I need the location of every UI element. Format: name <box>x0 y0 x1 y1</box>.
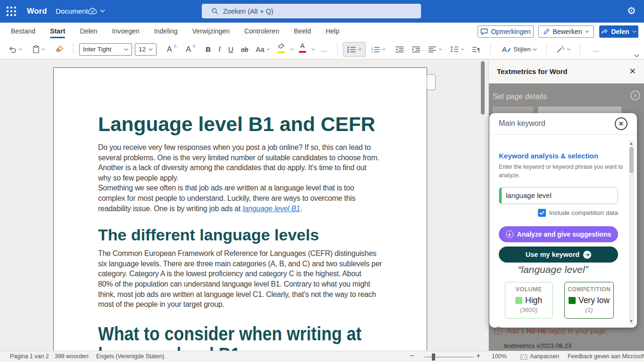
document-page[interactable]: Language level B1 and CEFR Do you receiv… <box>53 67 427 351</box>
undo-button[interactable] <box>5 42 26 57</box>
document-scrollbar-thumb[interactable] <box>481 61 485 115</box>
tab-delen[interactable]: Delen <box>79 24 98 39</box>
search-input[interactable]: Zoeken (Alt + Q) <box>202 4 421 18</box>
shrink-font-button[interactable]: Aᐯ <box>182 42 199 57</box>
font-size-select[interactable]: 12 <box>135 43 157 56</box>
scroll-up-icon[interactable]: ▲ <box>629 141 633 146</box>
highlighter-icon <box>278 43 285 49</box>
chevron-down-icon <box>438 48 442 50</box>
zoom-slider-thumb[interactable] <box>432 354 435 361</box>
textmetrics-panel: Textmetrics for Word ✕ Set page details … <box>488 59 644 351</box>
doc-link-language-level-b1[interactable]: language level B1 <box>243 205 300 213</box>
chevron-down-icon[interactable] <box>311 48 315 50</box>
fit-to-width-icon[interactable] <box>520 354 528 360</box>
font-name-select[interactable]: Inter Tight <box>79 43 132 56</box>
analyze-icon <box>506 230 513 238</box>
scroll-down-icon[interactable]: ▼ <box>629 319 633 323</box>
numbered-list-icon: 123 <box>371 46 380 53</box>
paragraph-marks-button[interactable]: ¶ <box>468 42 485 57</box>
highlight-color-button[interactable] <box>274 42 289 57</box>
include-competition-checkbox[interactable] <box>538 209 546 217</box>
panel-close-icon[interactable]: ✕ <box>629 66 636 76</box>
svg-text:A: A <box>502 45 507 53</box>
line-spacing-button[interactable] <box>446 42 468 57</box>
comments-button[interactable]: Opmerkingen <box>478 25 534 38</box>
collapse-ribbon-chevron-icon[interactable] <box>634 54 639 58</box>
competition-indicator <box>569 297 576 304</box>
undo-icon <box>8 46 17 53</box>
comment-margin-tab[interactable] <box>427 74 436 90</box>
tab-bestand[interactable]: Bestand <box>10 24 36 39</box>
page-count[interactable]: Pagina 1 van 2 <box>10 353 49 360</box>
zoom-level[interactable]: 100% <box>492 353 507 360</box>
chevron-down-icon <box>585 30 589 33</box>
svg-text:3: 3 <box>372 50 373 53</box>
language-status[interactable]: Engels (Verenigde Staten) <box>96 353 165 360</box>
chevron-down-icon <box>533 48 537 51</box>
grow-font-button[interactable]: Aᐱ <box>163 42 180 57</box>
use-my-keyword-button[interactable]: Use my keyword <box>499 247 618 263</box>
dialog-title: Main keyword <box>499 119 545 128</box>
editor-wand-button[interactable] <box>553 42 574 57</box>
more-font-options[interactable]: … <box>316 42 331 57</box>
include-competition-label: Include competition data <box>549 209 618 216</box>
tab-indeling[interactable]: Indeling <box>153 24 179 39</box>
dialog-close-button[interactable]: ✕ <box>615 117 627 130</box>
change-case-button[interactable]: Aa <box>252 42 274 57</box>
feedback-link[interactable]: Feedback geven aan Microsoft <box>568 353 644 360</box>
doc-paragraph-2: The Common European Framework of Referen… <box>98 248 409 310</box>
word-count[interactable]: 399 woorden <box>55 353 89 360</box>
keyword-quote: “language level” <box>489 264 617 275</box>
indent-icon <box>412 46 421 53</box>
numbered-list-button[interactable]: 123 <box>367 42 389 57</box>
bold-button[interactable]: B <box>202 42 215 57</box>
zoom-in-button[interactable]: + <box>476 352 480 360</box>
fit-label[interactable]: Aanpassen <box>530 353 559 360</box>
italic-button[interactable]: I <box>215 42 224 57</box>
styles-button[interactable]: A Stijlen <box>498 42 541 57</box>
warning-icon: ! <box>495 327 503 335</box>
tab-start[interactable]: Start <box>49 24 66 39</box>
tab-controleren[interactable]: Controleren <box>243 24 280 39</box>
app-name[interactable]: Word <box>27 7 47 16</box>
underline-button[interactable]: U <box>224 42 237 57</box>
set-page-details-label: Set page details <box>493 92 547 101</box>
panel-header: Textmetrics for Word ✕ <box>489 59 644 83</box>
chevron-down-icon <box>18 48 22 50</box>
dialog-scrollbar-thumb[interactable] <box>629 147 634 173</box>
editing-mode-button[interactable]: Bewerken <box>538 25 594 38</box>
tab-beeld[interactable]: Beeld <box>293 24 312 39</box>
paste-button[interactable] <box>29 42 49 57</box>
decrease-indent-button[interactable] <box>391 42 408 57</box>
strikethrough-button[interactable]: ab <box>237 42 252 57</box>
zoom-out-button[interactable]: − <box>410 352 414 360</box>
cloud-saved-icon <box>88 8 98 15</box>
tab-help[interactable]: Help <box>325 24 340 39</box>
share-button[interactable]: Delen <box>599 25 638 38</box>
chevron-down-icon[interactable] <box>290 48 294 50</box>
bullet-list-button[interactable] <box>343 42 365 57</box>
pencil-icon <box>543 28 550 35</box>
tab-verwijzingen[interactable]: Verwijzingen <box>191 24 231 39</box>
analyze-button[interactable]: Analyze and give suggestions <box>499 226 618 242</box>
format-painter-button[interactable] <box>52 42 67 57</box>
disabled-field <box>493 107 534 113</box>
alignment-button[interactable] <box>424 42 446 57</box>
comment-icon <box>480 28 488 35</box>
document-menu-chevron-icon[interactable] <box>100 9 105 13</box>
font-color-button[interactable]: A <box>295 42 310 57</box>
keyword-input[interactable]: language level <box>499 187 618 204</box>
increase-indent-button[interactable] <box>408 42 424 57</box>
line-spacing-icon <box>450 46 459 53</box>
magic-wand-icon <box>556 46 565 53</box>
paragraph-mark-icon: ¶ <box>472 46 481 53</box>
status-bar: Pagina 1 van 2 399 woorden Engels (Veren… <box>0 351 644 362</box>
tab-invoegen[interactable]: Invoegen <box>111 24 140 39</box>
dialog-scrollbar[interactable]: ▲ ▼ <box>629 140 634 324</box>
settings-gear-icon[interactable]: ⚙ <box>627 5 636 16</box>
more-toolbar-options[interactable]: … <box>589 42 604 57</box>
main-keyword-dialog: Main keyword ✕ Keyword analysis & select… <box>489 113 637 328</box>
panel-title: Textmetrics for Word <box>497 67 567 75</box>
app-launcher-icon[interactable] <box>6 6 17 17</box>
document-title[interactable]: Document <box>56 7 88 15</box>
